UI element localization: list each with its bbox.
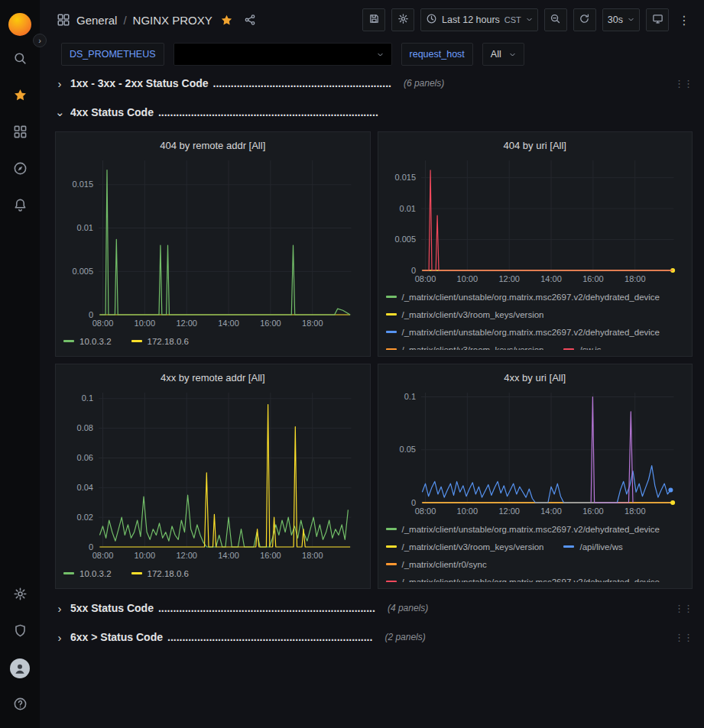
row-4xx-status-code[interactable]: ⌄ 4xx Status Code.......................… [55, 102, 693, 122]
dashboards-grid-icon [13, 125, 28, 141]
refresh-button[interactable] [573, 8, 596, 31]
sidebar-item-dashboards[interactable] [0, 115, 40, 151]
legend-item[interactable]: 172.18.0.6 [131, 569, 189, 578]
sidebar-expand-button[interactable]: › [33, 34, 47, 47]
panel-title[interactable]: 404 by remote addr [All] [63, 135, 362, 153]
breadcrumb-dashboard-title[interactable]: NGINX PROXY [133, 14, 212, 27]
legend-item[interactable]: 10.0.3.2 [63, 569, 112, 578]
legend-item[interactable]: /_matrix/client/v3/room_keys/version [386, 542, 544, 552]
chevron-right-icon: › [38, 36, 41, 45]
favorite-star-icon[interactable] [220, 14, 233, 27]
time-series-chart[interactable]: 00.0050.010.01508:0010:0012:0014:0016:00… [63, 153, 362, 330]
svg-text:14:00: 14:00 [218, 551, 239, 560]
legend-item[interactable]: /_matrix/client/v3/room_keys/version [386, 345, 544, 351]
legend-series-label: /_matrix/client/unstable/org.matrix.msc2… [402, 578, 660, 583]
svg-text:08:00: 08:00 [414, 274, 436, 283]
svg-text:16:00: 16:00 [260, 551, 281, 560]
svg-text:0.005: 0.005 [394, 235, 416, 244]
gear-icon [397, 13, 409, 27]
legend-item[interactable]: /api/live/ws [563, 542, 622, 552]
time-series-chart[interactable]: 00.0050.010.01508:0010:0012:0014:0016:00… [386, 153, 685, 286]
row-drag-handle-icon[interactable]: ⋮⋮ [674, 603, 693, 614]
svg-text:16:00: 16:00 [582, 506, 604, 516]
kebab-menu-button[interactable]: ⋮ [675, 13, 693, 28]
legend-series-marker-icon [131, 572, 142, 574]
panel-4xx-by-remote-addr: 4xx by remote addr [All] 00.020.040.060.… [55, 364, 371, 589]
svg-text:08:00: 08:00 [92, 551, 114, 560]
row-title: 6xx > Status Code [70, 631, 163, 643]
sidebar-item-search[interactable] [0, 41, 40, 78]
svg-text:10:00: 10:00 [456, 274, 478, 283]
legend-item[interactable]: /_matrix/client/unstable/org.matrix.msc2… [386, 293, 660, 302]
refresh-interval-picker[interactable]: 30s [602, 8, 640, 31]
panel-title[interactable]: 404 by uri [All] [386, 135, 685, 153]
legend-series-label: /_matrix/client/v3/room_keys/version [402, 310, 544, 319]
zoom-out-time-button[interactable] [544, 8, 567, 31]
panel-title[interactable]: 4xx by remote addr [All] [63, 367, 362, 385]
svg-text:18:00: 18:00 [302, 551, 323, 560]
svg-text:0.01: 0.01 [77, 223, 93, 232]
row-1xx-3xx-2xx-status-code[interactable]: › 1xx - 3xx - 2xx Status Code...........… [55, 73, 693, 93]
legend-item[interactable]: 10.0.3.2 [63, 337, 112, 346]
row-drag-handle-icon[interactable]: ⋮⋮ [674, 632, 693, 643]
variable-value-request-host[interactable]: All [482, 43, 524, 66]
legend-item[interactable]: /_matrix/client/r0/sync [386, 560, 487, 569]
tv-mode-button[interactable] [646, 8, 669, 31]
save-dashboard-button[interactable] [362, 8, 385, 31]
monitor-icon [652, 13, 663, 27]
variable-label-ds-prometheus: DS_PROMETHEUS [61, 43, 164, 66]
legend-series-marker-icon [386, 313, 397, 315]
legend-item[interactable]: /_matrix/client/v3/room_keys/version [386, 310, 544, 319]
svg-text:0.01: 0.01 [399, 204, 415, 213]
legend-series-marker-icon [563, 348, 574, 350]
legend-series-label: 10.0.3.2 [79, 569, 112, 578]
variables-bar: DS_PROMETHEUS request_host All [40, 40, 704, 69]
legend-series-marker-icon [63, 572, 74, 574]
row-panel-count: (2 panels) [384, 632, 425, 642]
chevron-down-icon [628, 15, 634, 25]
row-5xx-status-code[interactable]: › 5xx Status Code.......................… [55, 598, 693, 618]
sidebar-item-starred[interactable] [0, 78, 40, 115]
svg-text:14:00: 14:00 [540, 506, 562, 516]
legend-item[interactable]: /sw.js [563, 345, 601, 351]
time-series-chart[interactable]: 00.050.108:0010:0012:0014:0016:0018:00 [386, 385, 685, 518]
legend-series-marker-icon [386, 331, 397, 333]
grafana-logo[interactable] [8, 8, 31, 41]
breadcrumb-section[interactable]: General [76, 14, 117, 27]
row-6xx-status-code[interactable]: › 6xx > Status Code.....................… [55, 627, 693, 647]
time-range-picker[interactable]: Last 12 hours CST [420, 8, 538, 31]
chart-legend: 10.0.3.2172.18.0.6 [63, 330, 362, 350]
legend-item[interactable]: /_matrix/client/unstable/org.matrix.msc2… [386, 525, 660, 534]
svg-text:0: 0 [89, 542, 93, 552]
chevron-down-icon [377, 49, 384, 60]
legend-series-label: /_matrix/client/unstable/org.matrix.msc2… [402, 525, 660, 534]
panel-title[interactable]: 4xx by uri [All] [386, 367, 685, 385]
legend-item[interactable]: /_matrix/client/unstable/org.matrix.msc2… [386, 578, 660, 583]
sidebar-item-explore[interactable] [0, 151, 40, 188]
legend-series-marker-icon [386, 528, 397, 530]
variable-value-ds-prometheus[interactable] [174, 43, 392, 66]
help-circle-icon [13, 697, 28, 713]
dashboard-settings-button[interactable] [391, 8, 414, 31]
grafana-app: › [0, 0, 704, 728]
svg-text:18:00: 18:00 [625, 506, 646, 516]
legend-series-label: /api/live/ws [579, 542, 622, 552]
time-series-chart[interactable]: 00.020.040.060.080.108:0010:0012:0014:00… [63, 385, 362, 562]
share-icon[interactable] [244, 14, 256, 26]
gear-icon [13, 587, 28, 603]
legend-series-label: 172.18.0.6 [148, 569, 189, 578]
legend-series-label: /_matrix/client/unstable/org.matrix.msc2… [402, 293, 660, 302]
sidebar-item-configuration[interactable] [0, 577, 40, 613]
sidebar-item-profile[interactable] [0, 650, 40, 687]
sidebar-item-server-admin[interactable] [0, 613, 40, 650]
row-drag-handle-icon[interactable]: ⋮⋮ [674, 78, 693, 89]
legend-item[interactable]: /_matrix/client/unstable/org.matrix.msc2… [386, 328, 660, 337]
sidebar-item-help[interactable] [0, 687, 40, 723]
chevron-down-icon [509, 51, 516, 58]
svg-text:0.015: 0.015 [72, 180, 93, 189]
svg-text:0: 0 [89, 310, 93, 319]
legend-series-marker-icon [386, 545, 397, 548]
sidebar-item-alerting[interactable] [0, 188, 40, 225]
svg-text:0.02: 0.02 [77, 513, 93, 522]
legend-item[interactable]: 172.18.0.6 [131, 337, 189, 346]
